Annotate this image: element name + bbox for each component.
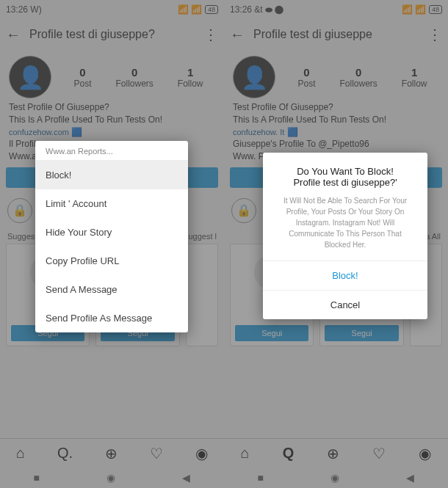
menu-item-block[interactable]: Block! <box>35 161 188 189</box>
dialog-profile-name: Profile test di giuseppe?' <box>263 177 427 188</box>
menu-item-send-message[interactable]: Send A Message <box>35 275 188 304</box>
dialog-description: It Will Not Be Able To Search For Your P… <box>263 195 427 250</box>
menu-item-hide-story[interactable]: Hide Your Story <box>35 218 188 247</box>
block-dialog: Do You Want To Block! Profile test di gi… <box>263 153 427 319</box>
dialog-block-button[interactable]: Block! <box>263 261 427 290</box>
action-sheet: Www.an Reports... Block! Limit ' Account… <box>35 141 188 332</box>
menu-item-limit[interactable]: Limit ' Account <box>35 189 188 218</box>
sheet-header: Www.an Reports... <box>35 141 188 161</box>
dialog-question: Do You Want To Block! <box>263 166 427 177</box>
dialog-cancel-button[interactable]: Cancel <box>263 290 427 319</box>
menu-item-copy-url[interactable]: Copy Profile URL <box>35 247 188 275</box>
menu-item-send-profile[interactable]: Send Profile As Message <box>35 304 188 332</box>
